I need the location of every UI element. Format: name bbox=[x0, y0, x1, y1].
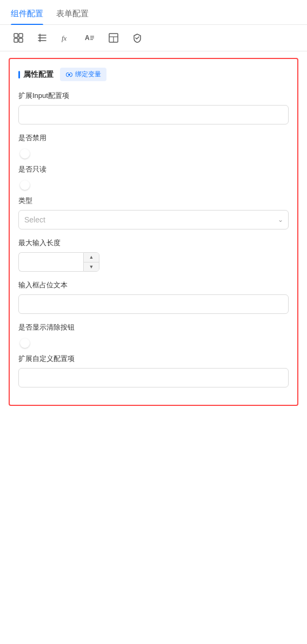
field-label-show-clear: 是否显示清除按钮 bbox=[18, 323, 289, 332]
formula-icon[interactable]: fx bbox=[58, 30, 74, 45]
field-extend-custom: 扩展自定义配置项 bbox=[18, 354, 289, 387]
text-format-icon[interactable]: A bbox=[82, 30, 97, 45]
section-header: 属性配置 绑定变量 bbox=[18, 68, 289, 81]
layout-icon[interactable] bbox=[106, 30, 121, 45]
section-title: 属性配置 bbox=[18, 70, 54, 80]
field-label-extend-input: 扩展Input配置项 bbox=[18, 91, 289, 101]
bind-variable-button[interactable]: 绑定变量 bbox=[60, 68, 106, 81]
svg-text:A: A bbox=[85, 34, 90, 42]
spinner-up-button[interactable]: ▲ bbox=[84, 253, 99, 262]
component-icon[interactable] bbox=[11, 30, 26, 45]
tab-bar: 组件配置 表单配置 bbox=[0, 0, 307, 25]
extend-custom-input[interactable] bbox=[18, 368, 289, 387]
field-label-max-length: 最大输入长度 bbox=[18, 238, 289, 248]
field-readonly: 是否只读 bbox=[18, 165, 289, 187]
shield-icon[interactable] bbox=[130, 30, 145, 45]
svg-rect-2 bbox=[14, 38, 18, 42]
field-placeholder: 输入框占位文本 bbox=[18, 280, 289, 314]
field-label-readonly: 是否只读 bbox=[18, 165, 289, 174]
toolbar: fx A bbox=[0, 25, 307, 51]
tab-form[interactable]: 表单配置 bbox=[56, 9, 89, 24]
field-extend-input: 扩展Input配置项 bbox=[18, 91, 289, 124]
spinner-down-button[interactable]: ▼ bbox=[84, 262, 99, 272]
type-select-wrapper: Select text password number email tel ⌄ bbox=[18, 210, 289, 229]
list-icon[interactable] bbox=[35, 30, 50, 45]
tab-component[interactable]: 组件配置 bbox=[11, 9, 43, 24]
field-max-length: 最大输入长度 ▲ ▼ bbox=[18, 238, 289, 272]
field-disabled: 是否禁用 bbox=[18, 133, 289, 156]
svg-rect-3 bbox=[19, 38, 23, 42]
extend-input-field[interactable] bbox=[18, 105, 289, 124]
field-label-type: 类型 bbox=[18, 196, 289, 206]
placeholder-input[interactable] bbox=[18, 294, 289, 314]
max-length-input[interactable] bbox=[18, 252, 83, 272]
field-show-clear: 是否显示清除按钮 bbox=[18, 323, 289, 345]
max-length-input-wrapper: ▲ ▼ bbox=[18, 252, 105, 272]
field-label-extend-custom: 扩展自定义配置项 bbox=[18, 354, 289, 364]
number-spinners: ▲ ▼ bbox=[83, 252, 99, 272]
bind-icon bbox=[65, 71, 73, 78]
svg-rect-0 bbox=[14, 34, 18, 37]
properties-panel: 属性配置 绑定变量 扩展Input配置项 是否禁用 是否只读 类型 bbox=[9, 58, 298, 406]
svg-text:fx: fx bbox=[62, 34, 67, 42]
field-label-placeholder: 输入框占位文本 bbox=[18, 280, 289, 290]
field-label-disabled: 是否禁用 bbox=[18, 133, 289, 143]
svg-rect-1 bbox=[19, 34, 23, 37]
type-select[interactable]: Select text password number email tel bbox=[18, 210, 289, 229]
field-type: 类型 Select text password number email tel… bbox=[18, 196, 289, 229]
